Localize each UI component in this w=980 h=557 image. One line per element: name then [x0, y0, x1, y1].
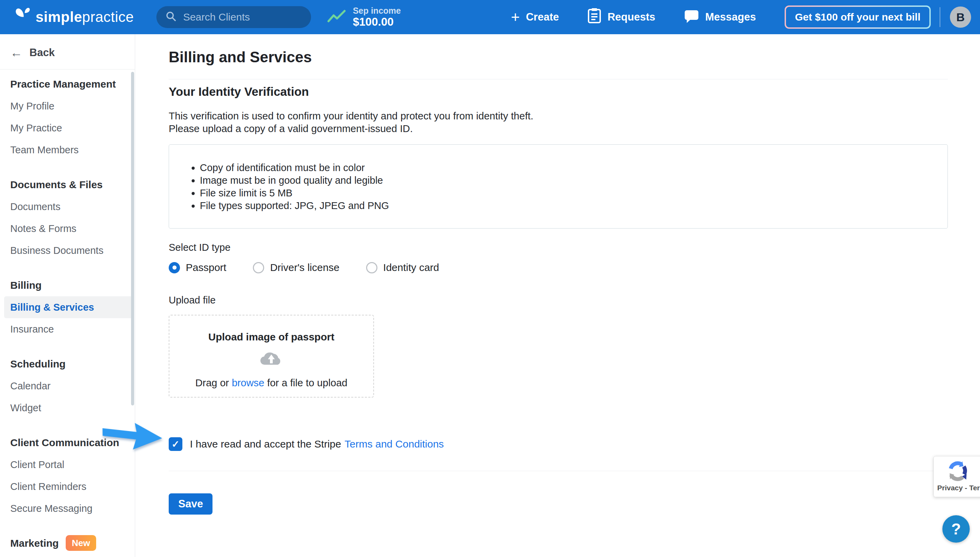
search-input[interactable]: [182, 11, 300, 23]
browse-link[interactable]: browse: [232, 377, 264, 388]
recaptcha-logo-icon: [946, 459, 980, 483]
recaptcha-badge: Privacy - Terms: [933, 456, 980, 497]
back-arrow-icon: ←: [10, 47, 23, 58]
sidebar-scrollbar-thumb[interactable]: [131, 72, 134, 406]
upload-requirements-box: Copy of identification must be in color …: [169, 144, 948, 228]
income-label: Sep income: [353, 6, 401, 16]
section-title: Scheduling: [10, 353, 130, 375]
sidebar-nav: Practice Management My Profile My Practi…: [0, 73, 135, 554]
sidebar-item-client-reminders[interactable]: Client Reminders: [10, 476, 130, 497]
terms-checkbox[interactable]: ✓: [169, 437, 182, 451]
verification-description: This verification is used to confirm you…: [169, 109, 948, 135]
new-badge: New: [66, 535, 96, 551]
requirement-item: Copy of identification must be in color: [200, 161, 934, 174]
main-panel: Billing and Services Your Identity Verif…: [135, 34, 980, 557]
sidebar-item-calendar[interactable]: Calendar: [10, 375, 130, 397]
simplepractice-logo[interactable]: simplepractice: [15, 8, 134, 26]
dropzone-hint: Drag or browse for a file to upload: [169, 377, 373, 389]
section-title: Billing: [10, 274, 130, 296]
requirement-item: File size limit is 5 MB: [200, 187, 934, 199]
help-button[interactable]: ?: [943, 515, 970, 542]
create-label: Create: [526, 11, 559, 23]
create-button[interactable]: + Create: [511, 10, 559, 24]
file-dropzone[interactable]: Upload image of passport Drag or browse …: [169, 315, 374, 397]
search-icon: [165, 11, 177, 24]
client-search[interactable]: [156, 6, 311, 28]
sidebar-item-team-members[interactable]: Team Members: [10, 139, 130, 161]
terms-label: I have read and accept the StripeTerms a…: [190, 438, 444, 450]
section-marketing: MarketingNew: [10, 533, 130, 554]
dropzone-title: Upload image of passport: [169, 331, 373, 343]
sidebar-item-business-documents[interactable]: Business Documents: [10, 239, 130, 261]
sidebar-item-my-practice[interactable]: My Practice: [10, 117, 130, 139]
id-type-radio-group: Passport Driver's license Identity card: [169, 262, 948, 274]
message-bubble-icon: [684, 8, 699, 26]
butterfly-logo-icon: [15, 8, 34, 26]
back-label: Back: [29, 47, 55, 59]
income-trend-icon: [327, 9, 347, 25]
terms-and-conditions-link[interactable]: Terms and Conditions: [345, 438, 444, 450]
clipboard-icon: [588, 8, 601, 26]
section-title: Practice Management: [10, 73, 130, 95]
save-button[interactable]: Save: [169, 493, 213, 515]
annotation-arrow: [101, 419, 167, 455]
sidebar-item-widget[interactable]: Widget: [10, 397, 130, 419]
monthly-income-widget[interactable]: Sep income $100.00: [327, 6, 401, 28]
radio-drivers-license[interactable]: Driver's license: [253, 262, 339, 274]
user-avatar[interactable]: B: [950, 7, 971, 28]
section-practice-management: Practice Management My Profile My Practi…: [10, 73, 130, 161]
radio-selected-icon[interactable]: [169, 262, 180, 274]
sidebar-item-billing-services[interactable]: Billing & Services: [4, 296, 133, 318]
radio-identity-card[interactable]: Identity card: [366, 262, 439, 274]
messages-button[interactable]: Messages: [684, 8, 756, 26]
brand-name: simplepractice: [36, 9, 134, 25]
income-value: $100.00: [353, 16, 401, 28]
topbar-actions: + Create Requests Mes: [511, 5, 980, 29]
radio-unselected-icon[interactable]: [253, 262, 264, 274]
marketing-title: Marketing: [10, 537, 59, 549]
footer-divider: [169, 471, 948, 471]
top-navigation-bar: simplepractice Sep income $100.00 + Crea…: [0, 0, 980, 34]
back-button[interactable]: ← Back: [10, 47, 135, 59]
sidebar-item-client-portal[interactable]: Client Portal: [10, 454, 130, 476]
description-line-1: This verification is used to confirm you…: [169, 109, 948, 122]
cloud-upload-icon: [169, 350, 373, 369]
sidebar-item-secure-messaging[interactable]: Secure Messaging: [10, 497, 130, 520]
id-type-label: Select ID type: [169, 242, 948, 253]
sidebar-item-notes-forms[interactable]: Notes & Forms: [10, 218, 130, 239]
sidebar-item-documents[interactable]: Documents: [10, 196, 130, 218]
requirements-list: Copy of identification must be in color …: [191, 161, 934, 212]
section-title: Documents & Files: [10, 174, 130, 196]
description-line-2: Please upload a copy of a valid governme…: [169, 122, 948, 135]
requests-label: Requests: [607, 11, 655, 23]
topbar-separator: [939, 7, 940, 27]
requirement-item: File types supported: JPG, JPEG and PNG: [200, 199, 934, 212]
page-title: Billing and Services: [169, 49, 948, 65]
section-documents-files: Documents & Files Documents Notes & Form…: [10, 174, 130, 261]
requests-button[interactable]: Requests: [588, 8, 655, 26]
messages-label: Messages: [705, 11, 756, 23]
section-billing: Billing Billing & Services Insurance: [10, 274, 130, 340]
radio-passport[interactable]: Passport: [169, 262, 226, 274]
sidebar-item-my-profile[interactable]: My Profile: [10, 95, 130, 117]
plus-icon: +: [511, 10, 520, 24]
upload-file-label: Upload file: [169, 295, 948, 306]
sidebar-item-insurance[interactable]: Insurance: [10, 318, 130, 340]
recaptcha-privacy-terms[interactable]: Privacy - Terms: [937, 484, 980, 492]
sidebar-divider: [0, 69, 135, 70]
section-scheduling: Scheduling Calendar Widget: [10, 353, 130, 419]
terms-acceptance-row: ✓ I have read and accept the StripeTerms…: [169, 437, 948, 451]
radio-unselected-icon[interactable]: [366, 262, 378, 274]
identity-verification-heading: Your Identity Verification: [169, 84, 948, 99]
promo-offer-label: Get $100 off your next bill: [786, 7, 930, 28]
promo-offer-button[interactable]: Get $100 off your next bill: [785, 5, 931, 29]
requirement-item: Image must be in good quality and legibl…: [200, 174, 934, 187]
settings-sidebar: ← Back Practice Management My Profile My…: [0, 34, 135, 557]
checkmark-icon: ✓: [171, 439, 179, 450]
section-title: MarketingNew: [10, 533, 130, 554]
